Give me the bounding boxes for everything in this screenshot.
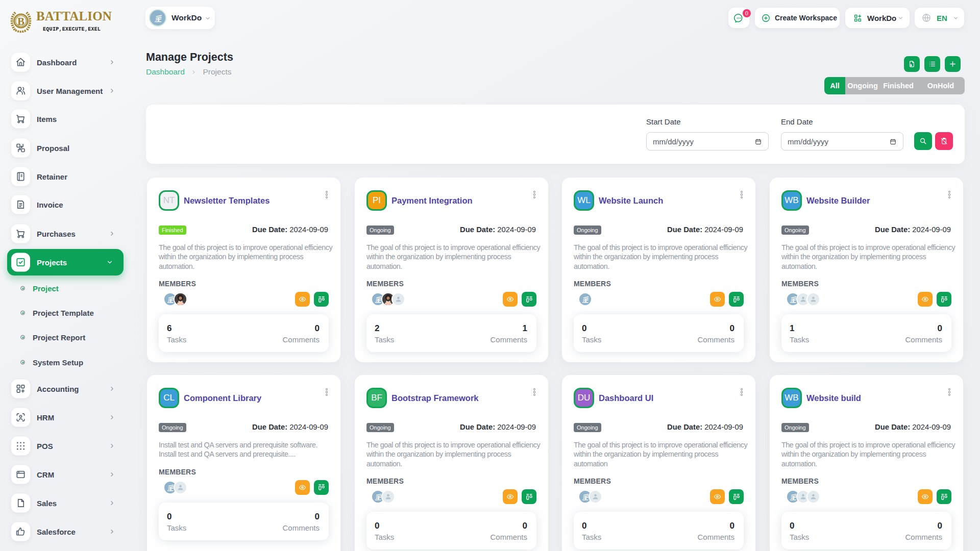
svg-text:B: B (17, 15, 24, 28)
